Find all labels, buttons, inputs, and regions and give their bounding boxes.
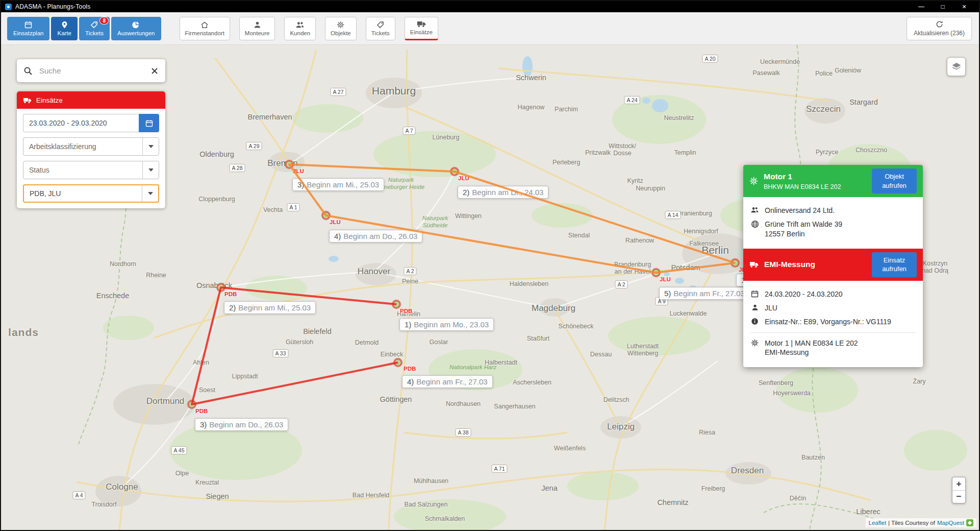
open-einsatz-button[interactable]: Einsatz aufrufen — [872, 252, 917, 277]
map-marker-jlu-3[interactable] — [285, 160, 294, 169]
clear-search-icon[interactable] — [150, 67, 159, 75]
open-object-button[interactable]: Objekt aufrufen — [872, 168, 917, 194]
maximize-button[interactable]: □ — [932, 1, 953, 12]
assignment-titles: EMI-Messung — [764, 260, 866, 269]
date-picker-button[interactable] — [139, 114, 159, 132]
status-select-value: Status — [23, 161, 142, 179]
map-marker-jlu-4[interactable] — [322, 211, 331, 220]
gear-icon — [337, 21, 344, 29]
object-subtitle: BHKW MAN E0834 LE 202 — [764, 183, 866, 190]
assignment-object-block: Motor 1 | MAN E0834 LE 202 EMI-Messung — [765, 339, 858, 358]
classification-select-value: Arbeitsklassifizierung — [23, 138, 142, 155]
map-marker-pdb-4[interactable] — [394, 358, 403, 367]
search-icon — [23, 66, 33, 76]
classification-select[interactable]: Arbeitsklassifizierung — [23, 137, 159, 156]
filter-panel-header: Einsätze — [17, 91, 165, 109]
zoom-in-button[interactable]: + — [952, 477, 965, 490]
status-select[interactable]: Status — [23, 161, 159, 179]
assignment-object-row: Motor 1 | MAN E0834 LE 202 EMI-Messung — [750, 339, 916, 358]
primary-tab-group: Einsatzplan Karte 8 Tickets Auswertungen — [7, 17, 161, 40]
assignment-object-ref: Motor 1 | MAN E0834 LE 202 — [765, 339, 858, 348]
tab-kunden[interactable]: Kunden — [284, 17, 316, 40]
technician-row: JLU — [750, 303, 916, 313]
tickets-badge: 8 — [100, 17, 108, 24]
map-marker-pdb-2[interactable] — [217, 283, 225, 292]
map-marker-jlu-5[interactable] — [652, 269, 661, 277]
layers-icon — [951, 61, 962, 73]
window-controls: — □ × — [911, 1, 975, 12]
van-icon — [23, 97, 32, 104]
tab-einsaetze[interactable]: Einsätze — [405, 17, 438, 40]
divider — [750, 332, 916, 333]
window-title: ADASMA - Planungs-Tools — [15, 3, 90, 10]
refresh-icon — [936, 20, 943, 28]
map-marker-pdb-3[interactable] — [188, 400, 196, 409]
address-row: Grüne Trift am Walde 39 12557 Berlin — [750, 220, 916, 239]
address-block: Grüne Trift am Walde 39 12557 Berlin — [765, 220, 842, 239]
object-details: Onlineversand 24 Ltd. Grüne Trift am Wal… — [743, 197, 923, 249]
tab-label: Tickets — [85, 30, 104, 36]
layers-control[interactable] — [947, 57, 966, 76]
monteur-select-value: PDB, JLU — [24, 185, 142, 202]
assignment-date-row: 24.03.2020 - 24.03.2020 — [750, 289, 916, 299]
leaflet-link[interactable]: Leaflet — [869, 520, 887, 526]
tab-tickets[interactable]: 8 Tickets — [79, 17, 110, 40]
tab-monteure[interactable]: Monteure — [239, 17, 275, 40]
mapquest-logo — [966, 519, 973, 526]
object-title: Motor 1 — [764, 172, 866, 181]
tab-label: Objekte — [331, 30, 351, 36]
address-street: Grüne Trift am Walde 39 — [765, 220, 842, 229]
refresh-label: Aktualisieren (236) — [914, 30, 965, 37]
einsatz-info-panel: Motor 1 BHKW MAN E0834 LE 202 Objekt auf… — [743, 165, 923, 367]
einsaetze-filter-panel: Einsätze 23.03.2020 - 29.03.2020 Arbeits… — [17, 91, 165, 208]
tab-objekte[interactable]: Objekte — [325, 17, 357, 40]
assignment-object-task: EMI-Messung — [765, 348, 858, 357]
map-marker-jlu-1[interactable] — [731, 259, 740, 268]
zoom-out-button[interactable]: − — [952, 490, 965, 503]
reference-text: Einsatz-Nr.: E89, Vorgangs-Nr.: VG1119 — [765, 317, 891, 327]
zoom-control: + − — [952, 477, 966, 503]
map-marker-pdb-1[interactable] — [392, 300, 401, 309]
tab-auswertungen[interactable]: Auswertungen — [111, 17, 161, 40]
tab-tickets-entity[interactable]: Tickets — [366, 17, 395, 40]
map-search-box — [17, 59, 165, 82]
van-icon — [417, 20, 426, 28]
tab-label: Einsätze — [410, 29, 433, 35]
tab-label: Karte — [57, 30, 71, 36]
assignment-details: 24.03.2020 - 24.03.2020 JLU Einsatz-Nr.:… — [743, 281, 923, 367]
tab-label: Einsatzplan — [13, 30, 43, 36]
assignment-date: 24.03.2020 - 24.03.2020 — [765, 289, 843, 299]
toolbar: Einsatzplan Karte 8 Tickets Auswertungen… — [1, 12, 979, 45]
refresh-button[interactable]: Aktualisieren (236) — [907, 17, 972, 40]
filter-panel-title: Einsätze — [36, 96, 63, 104]
chevron-down-icon — [142, 185, 158, 202]
date-range-row: 23.03.2020 - 29.03.2020 — [23, 114, 159, 132]
app-icon — [5, 4, 12, 10]
address-city: 12557 Berlin — [765, 229, 842, 239]
calendar-icon — [750, 290, 759, 298]
mapquest-link[interactable]: MapQuest — [937, 520, 964, 526]
tab-label: Auswertungen — [117, 30, 155, 36]
tab-label: Kunden — [290, 30, 310, 36]
map-marker-jlu-2[interactable] — [450, 167, 459, 176]
company-name: Onlineversand 24 Ltd. — [765, 206, 835, 215]
monteur-select[interactable]: PDB, JLU — [23, 184, 159, 203]
date-range-input[interactable]: 23.03.2020 - 29.03.2020 — [23, 114, 139, 132]
tab-label: Monteure — [245, 30, 270, 36]
tab-firmenstandort[interactable]: Firmenstandort — [180, 17, 230, 40]
tab-karte[interactable]: Karte — [51, 17, 78, 40]
tab-einsatzplan[interactable]: Einsatzplan — [7, 17, 49, 40]
app-window: HamburgBerlinBremenHanoverMagdeburgLeipz… — [0, 0, 980, 531]
pie-chart-icon — [132, 21, 140, 29]
user-icon — [750, 304, 759, 311]
close-button[interactable]: × — [953, 1, 975, 12]
tab-label: Tickets — [371, 30, 390, 36]
titlebar: ADASMA - Planungs-Tools — □ × — [1, 1, 979, 12]
minimize-button[interactable]: — — [911, 1, 932, 12]
info-icon — [750, 318, 759, 325]
search-input[interactable] — [38, 66, 150, 76]
van-icon — [749, 261, 759, 268]
ticket-icon — [90, 21, 98, 29]
company-row: Onlineversand 24 Ltd. — [750, 206, 916, 215]
globe-icon — [750, 220, 759, 228]
